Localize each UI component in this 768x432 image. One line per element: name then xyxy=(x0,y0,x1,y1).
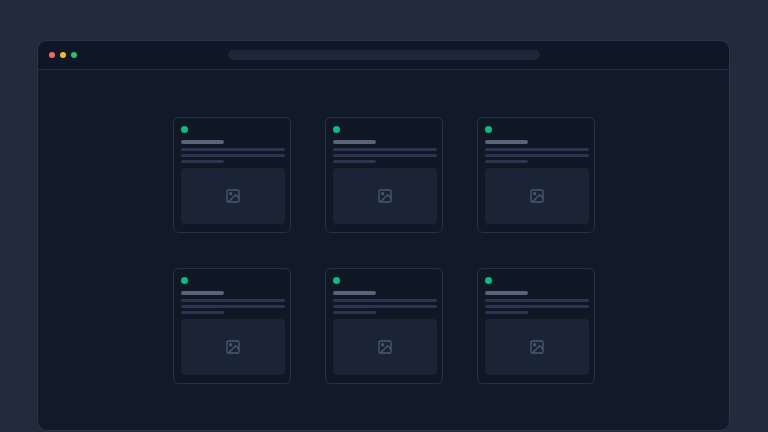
card-text-line-placeholder xyxy=(181,160,224,163)
image-icon xyxy=(225,188,241,204)
minimize-button[interactable] xyxy=(60,52,66,58)
card-title-placeholder xyxy=(181,291,224,295)
card-title-placeholder xyxy=(333,140,376,144)
card[interactable] xyxy=(325,268,443,384)
card-image-placeholder xyxy=(333,319,437,375)
card-text-line-placeholder xyxy=(485,160,528,163)
card-text-line-placeholder xyxy=(333,299,437,302)
card-title-placeholder xyxy=(181,140,224,144)
image-icon xyxy=(529,339,545,355)
browser-window xyxy=(37,40,730,431)
traffic-lights xyxy=(38,52,77,58)
card-text-line-placeholder xyxy=(181,305,285,308)
card-text-line-placeholder xyxy=(485,154,589,157)
card-text-line-placeholder xyxy=(181,311,224,314)
card-text-line-placeholder xyxy=(333,311,376,314)
card-text-line-placeholder xyxy=(485,299,589,302)
card-text-line-placeholder xyxy=(485,148,589,151)
status-dot-icon xyxy=(333,126,340,133)
card[interactable] xyxy=(477,268,595,384)
card[interactable] xyxy=(173,268,291,384)
image-icon xyxy=(377,188,393,204)
card-image-placeholder xyxy=(485,168,589,224)
image-icon xyxy=(225,339,241,355)
card-title-placeholder xyxy=(333,291,376,295)
card-image-placeholder xyxy=(485,319,589,375)
card-text-line-placeholder xyxy=(485,311,528,314)
status-dot-icon xyxy=(485,277,492,284)
card[interactable] xyxy=(173,117,291,233)
status-dot-icon xyxy=(485,126,492,133)
status-dot-icon xyxy=(181,277,188,284)
status-dot-icon xyxy=(181,126,188,133)
card-title-placeholder xyxy=(485,140,528,144)
card-text-line-placeholder xyxy=(333,305,437,308)
window-titlebar[interactable] xyxy=(38,41,729,70)
card-text-line-placeholder xyxy=(333,148,437,151)
image-icon xyxy=(377,339,393,355)
status-dot-icon xyxy=(333,277,340,284)
card-text-line-placeholder xyxy=(181,299,285,302)
close-button[interactable] xyxy=(49,52,55,58)
card-image-placeholder xyxy=(181,319,285,375)
card-text-line-placeholder xyxy=(333,160,376,163)
card-image-placeholder xyxy=(181,168,285,224)
card-image-placeholder xyxy=(333,168,437,224)
maximize-button[interactable] xyxy=(71,52,77,58)
address-bar[interactable] xyxy=(228,50,540,60)
card-grid xyxy=(38,117,729,384)
window-content xyxy=(38,70,729,384)
card-title-placeholder xyxy=(485,291,528,295)
card[interactable] xyxy=(477,117,595,233)
image-icon xyxy=(529,188,545,204)
card-text-line-placeholder xyxy=(181,148,285,151)
card[interactable] xyxy=(325,117,443,233)
card-text-line-placeholder xyxy=(181,154,285,157)
card-text-line-placeholder xyxy=(485,305,589,308)
card-text-line-placeholder xyxy=(333,154,437,157)
